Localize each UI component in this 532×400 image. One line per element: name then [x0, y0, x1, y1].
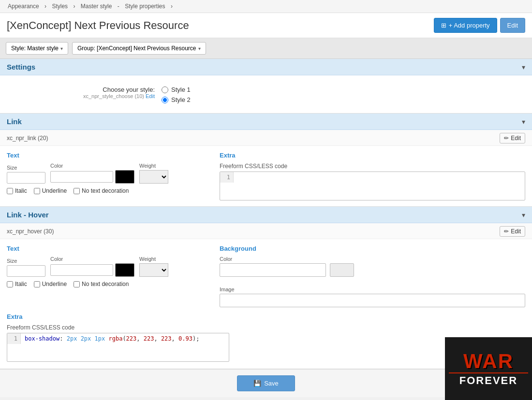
link-extra-col: Extra Freeform CSS/LESS code 1 [220, 152, 525, 200]
bg-color-swatch[interactable] [330, 263, 354, 277]
link-hover-weight-select[interactable] [139, 263, 168, 277]
link-section: Link ▾ xc_npr_link (20) ✏ Edit Text Size… [0, 114, 532, 207]
link-hover-two-col: Text Size Color @xf-textColor We [0, 239, 532, 313]
link-code-block: 1 [220, 171, 525, 200]
link-hover-image-input[interactable] [220, 294, 525, 307]
link-line-code [234, 172, 241, 183]
breadcrumb-appearance[interactable]: Appearance [8, 3, 39, 10]
chevron-down-icon: ▾ [60, 46, 63, 51]
link-hover-italic-option[interactable]: Italic [7, 281, 27, 287]
style-filter-button[interactable]: Style: Master style ▾ [6, 42, 68, 55]
link-hover-info-row: xc_npr_hover (30) ✏ Edit [0, 223, 532, 239]
style1-radio[interactable] [162, 86, 168, 93]
link-hover-no-text-dec-checkbox[interactable] [74, 281, 80, 287]
link-hover-size-label: Size [7, 258, 45, 264]
page-title: [XenConcept] Next Previous Resource [7, 19, 189, 32]
chevron-down-icon: ▾ [522, 118, 525, 126]
plus-icon: ⊞ [441, 22, 446, 29]
chevron-down-icon: ▾ [198, 46, 201, 51]
link-hover-edit-button[interactable]: ✏ Edit [500, 226, 525, 237]
link-color-group: Color @xf-textColor [50, 163, 134, 184]
breadcrumb: Appearance › Styles › Master style - Sty… [0, 0, 532, 13]
style2-radio[interactable] [162, 97, 168, 103]
settings-section-header[interactable]: Settings ▾ [0, 59, 532, 75]
link-hover-bg-color-label: Color [220, 256, 525, 262]
link-color-swatch[interactable] [115, 170, 134, 184]
link-hover-code-block: 1 box-shadow: 2px 2px 1px rgba(223, 223,… [7, 333, 229, 362]
watermark-war: WAR [463, 351, 514, 371]
link-hover-size-input[interactable] [7, 265, 45, 277]
watermark-forever: FOREVER [449, 372, 528, 386]
link-size-input[interactable] [7, 172, 45, 184]
link-hover-freeform-label: Freeform CSS/LESS code [7, 324, 525, 331]
style2-option[interactable]: Style 2 [162, 96, 191, 103]
breadcrumb-master-style[interactable]: Master style [81, 3, 112, 10]
link-hover-bg-title: Background [220, 245, 525, 252]
settings-section-body: Choose your style: xc_npr_style_choose (… [0, 75, 532, 113]
link-hover-color-group: Color @xf-textColor [50, 256, 134, 277]
link-hover-section-header[interactable]: Link - Hover ▾ [0, 207, 532, 223]
link-checkbox-row: Italic Underline No text decoration [7, 187, 210, 194]
link-text-form-row: Size Color @xf-textColor Weight [7, 163, 210, 184]
settings-label-col: Choose your style: xc_npr_style_choose (… [7, 85, 162, 99]
link-underline-option[interactable]: Underline [34, 187, 67, 194]
link-weight-label: Weight [139, 163, 168, 169]
group-filter-button[interactable]: Group: [XenConcept] Next Previous Resour… [72, 42, 206, 55]
link-hover-info-label: xc_npr_hover (30) [7, 228, 54, 235]
link-hover-section-title: Link - Hover [7, 211, 49, 219]
link-hover-weight-group: Weight [139, 256, 168, 277]
link-weight-select[interactable] [139, 170, 168, 184]
link-italic-option[interactable]: Italic [7, 187, 27, 194]
breadcrumb-style-properties[interactable]: Style properties [125, 3, 165, 10]
link-hover-checkbox-row: Italic Underline No text decoration [7, 281, 210, 287]
link-section-header[interactable]: Link ▾ [0, 114, 532, 130]
link-hover-color-swatch[interactable] [115, 263, 134, 277]
link-extra-title: Extra [220, 152, 525, 159]
link-underline-checkbox[interactable] [34, 188, 40, 194]
link-hover-text-col: Text Size Color @xf-textColor We [7, 245, 210, 307]
link-color-input[interactable]: @xf-textColor [50, 171, 113, 183]
settings-edit-link[interactable]: Edit [146, 93, 155, 99]
link-hover-underline-checkbox[interactable] [34, 281, 40, 287]
link-hover-underline-option[interactable]: Underline [34, 281, 67, 287]
edit-icon: ✏ [504, 228, 509, 235]
bg-color-row: rgb(236,236,236) [220, 263, 525, 277]
link-hover-extra-title: Extra [7, 313, 525, 320]
link-hover-bg-col: Background Color rgb(236,236,236) Image [220, 245, 525, 307]
link-weight-group: Weight [139, 163, 168, 184]
bg-color-input[interactable]: rgb(236,236,236) [220, 263, 326, 277]
link-hover-italic-checkbox[interactable] [7, 281, 13, 287]
link-no-text-dec-option[interactable]: No text decoration [74, 187, 129, 194]
link-hover-text-title: Text [7, 245, 210, 252]
chevron-down-icon: ▾ [522, 63, 525, 71]
style1-option[interactable]: Style 1 [162, 86, 191, 93]
breadcrumb-styles[interactable]: Styles [52, 3, 68, 10]
add-property-button[interactable]: ⊞ + Add property [434, 18, 497, 33]
link-hover-no-text-dec-option[interactable]: No text decoration [74, 281, 129, 287]
link-hover-weight-label: Weight [139, 256, 168, 262]
settings-sub-label: xc_npr_style_choose (10) Edit [7, 93, 155, 99]
link-hover-line-code: box-shadow: 2px 2px 1px rgba(223, 223, 2… [21, 333, 203, 344]
link-hover-color-input[interactable]: @xf-textColor [50, 264, 113, 276]
link-size-label: Size [7, 165, 45, 171]
link-italic-checkbox[interactable] [7, 188, 13, 194]
settings-section-title: Settings [7, 63, 35, 71]
link-hover-bg-color-group: Color rgb(236,236,236) [220, 256, 525, 282]
link-no-text-dec-checkbox[interactable] [74, 188, 80, 194]
link-edit-button[interactable]: ✏ Edit [500, 133, 525, 143]
link-info-row: xc_npr_link (20) ✏ Edit [0, 130, 532, 146]
link-code-line: 1 [220, 172, 525, 183]
link-hover-form-row: Size Color @xf-textColor Weight [7, 256, 210, 277]
link-hover-size-group: Size [7, 258, 45, 277]
radio-options: Style 1 Style 2 [162, 85, 191, 103]
settings-row: Choose your style: xc_npr_style_choose (… [7, 81, 525, 107]
edit-button[interactable]: Edit [500, 18, 525, 33]
watermark: WAR FOREVER [445, 337, 532, 400]
link-size-group: Size [7, 165, 45, 184]
page-header: [XenConcept] Next Previous Resource ⊞ + … [0, 13, 532, 38]
link-hover-code-line: 1 box-shadow: 2px 2px 1px rgba(223, 223,… [7, 333, 229, 344]
chevron-down-icon: ▾ [522, 211, 525, 219]
save-button[interactable]: 💾 Save [237, 375, 295, 391]
filter-bar: Style: Master style ▾ Group: [XenConcept… [0, 38, 532, 59]
link-text-title: Text [7, 152, 210, 159]
